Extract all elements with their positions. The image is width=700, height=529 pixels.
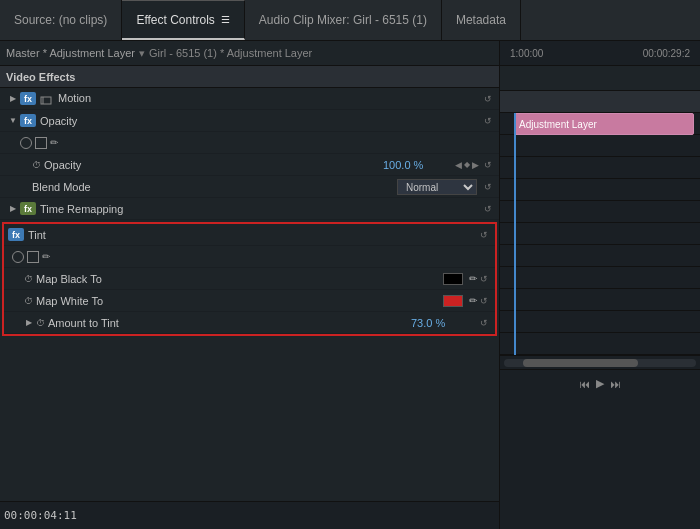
timeline-scroll-row xyxy=(500,355,700,369)
time-remap-reset[interactable]: ↺ xyxy=(481,202,495,216)
tab-audio-mixer[interactable]: Audio Clip Mixer: Girl - 6515 (1) xyxy=(245,0,442,40)
opacity-value[interactable]: 100.0 % xyxy=(383,159,443,171)
opacity-square-check[interactable] xyxy=(35,137,47,149)
time-remap-label: Time Remapping xyxy=(40,203,481,215)
opacity-next[interactable]: ▶ xyxy=(470,160,481,170)
opacity-value-timeline xyxy=(500,179,700,201)
motion-transform-icon xyxy=(40,95,52,105)
blend-mode-reset[interactable]: ↺ xyxy=(481,180,495,194)
breadcrumb-master[interactable]: Master * Adjustment Layer xyxy=(6,47,135,59)
opacity-timeline-row xyxy=(500,135,700,157)
blend-mode-label: Blend Mode xyxy=(32,181,397,193)
opacity-value-label: Opacity xyxy=(44,159,383,171)
time-remap-timeline xyxy=(500,223,700,245)
chevron-opacity xyxy=(8,116,18,126)
time-end: 00:00:29:2 xyxy=(637,48,696,59)
tint-amount-label: Amount to Tint xyxy=(48,317,411,329)
map-white-dropper[interactable]: ✏ xyxy=(469,295,477,306)
map-black-to-row[interactable]: ⏱ Map Black To ✏ ↺ xyxy=(4,268,495,290)
timecode: 00:00:04:11 xyxy=(4,509,77,522)
right-panel: 1:00:00 00:00:29:2 Adjustment Layer xyxy=(500,41,700,529)
timeline-playback-controls: ⏮ ▶ ⏭ xyxy=(500,369,700,397)
section-label: Video Effects xyxy=(0,66,499,88)
tint-pencil[interactable]: ✏ xyxy=(42,251,50,262)
timeline-area: Adjustment Layer xyxy=(500,66,700,529)
tint-amount-stopwatch[interactable]: ⏱ xyxy=(36,318,45,328)
play-prev-icon[interactable]: ⏮ xyxy=(579,378,590,390)
tab-source[interactable]: Source: (no clips) xyxy=(0,0,122,40)
opacity-circle-check[interactable] xyxy=(20,137,32,149)
scroll-thumb[interactable] xyxy=(523,359,638,367)
map-white-to-row[interactable]: ⏱ Map White To ✏ ↺ xyxy=(4,290,495,312)
tab-bar: Source: (no clips) Effect Controls ☰ Aud… xyxy=(0,0,700,41)
map-black-timeline xyxy=(500,289,700,311)
opacity-nav: ◀ ◆ ▶ xyxy=(453,160,481,170)
map-black-swatch[interactable] xyxy=(443,273,463,285)
adjustment-clip[interactable]: Adjustment Layer xyxy=(514,113,694,135)
motion-right: ↺ xyxy=(481,92,495,106)
opacity-controls-row: ✏ xyxy=(0,132,499,154)
tint-label: Tint xyxy=(28,229,477,241)
fx-badge-opacity: fx xyxy=(20,114,36,127)
tint-reset[interactable]: ↺ xyxy=(477,228,491,242)
tint-header-row[interactable]: fx Tint ↺ xyxy=(4,224,495,246)
map-white-label: Map White To xyxy=(36,295,443,307)
map-black-reset[interactable]: ↺ xyxy=(477,272,491,286)
opacity-value-row[interactable]: ⏱ Opacity 100.0 % ◀ ◆ ▶ ↺ xyxy=(0,154,499,176)
tint-amount-reset[interactable]: ↺ xyxy=(477,316,491,330)
play-next-icon[interactable]: ⏭ xyxy=(610,378,621,390)
map-black-label: Map Black To xyxy=(36,273,443,285)
opacity-value-reset[interactable]: ↺ xyxy=(481,158,495,172)
opacity-reset[interactable]: ↺ xyxy=(481,114,495,128)
tint-square-check[interactable] xyxy=(27,251,39,263)
motion-label: Motion xyxy=(40,92,481,104)
motion-reset[interactable]: ↺ xyxy=(481,92,495,106)
timeline-tracks: Adjustment Layer xyxy=(500,113,700,355)
tint-header-timeline xyxy=(500,245,700,267)
time-start: 1:00:00 xyxy=(504,48,549,59)
tab-effect-controls[interactable]: Effect Controls ☰ xyxy=(122,0,244,40)
fx-badge-time-remap: fx xyxy=(20,202,36,215)
tab-metadata[interactable]: Metadata xyxy=(442,0,521,40)
tint-amount-value[interactable]: 73.0 % xyxy=(411,317,471,329)
amount-timeline xyxy=(500,333,700,355)
scroll-track[interactable] xyxy=(504,359,696,367)
timeline-breadcrumb-row xyxy=(500,66,700,91)
fx-badge-motion: fx xyxy=(20,92,36,105)
tint-controls-timeline xyxy=(500,267,700,289)
motion-timeline-row: Adjustment Layer xyxy=(500,113,700,135)
timeline-header: 1:00:00 00:00:29:2 xyxy=(500,41,700,66)
tint-circle-check[interactable] xyxy=(12,251,24,263)
motion-row[interactable]: fx Motion ↺ xyxy=(0,88,499,110)
main-content: Master * Adjustment Layer ▾ Girl - 6515 … xyxy=(0,41,700,529)
amount-to-tint-row[interactable]: ⏱ Amount to Tint 73.0 % ↺ xyxy=(4,312,495,334)
map-white-reset[interactable]: ↺ xyxy=(477,294,491,308)
fx-badge-tint: fx xyxy=(8,228,24,241)
map-white-stopwatch[interactable]: ⏱ xyxy=(24,296,33,306)
map-black-dropper[interactable]: ✏ xyxy=(469,273,477,284)
map-white-timeline xyxy=(500,311,700,333)
opacity-pencil[interactable]: ✏ xyxy=(50,137,58,148)
time-remap-row[interactable]: fx Time Remapping ↺ xyxy=(0,198,499,220)
opacity-controls-timeline xyxy=(500,157,700,179)
play-icon[interactable]: ▶ xyxy=(596,377,604,390)
breadcrumb-clip: Girl - 6515 (1) * Adjustment Layer xyxy=(149,47,312,59)
tint-section: fx Tint ↺ ✏ ⏱ Map Black To ✏ ↺ xyxy=(2,222,497,336)
playhead-line xyxy=(514,113,516,355)
opacity-stopwatch[interactable]: ⏱ xyxy=(32,160,41,170)
effects-list: fx Motion ↺ fx Opacity ↺ xyxy=(0,88,499,501)
tint-controls-row: ✏ xyxy=(4,246,495,268)
opacity-row[interactable]: fx Opacity ↺ xyxy=(0,110,499,132)
left-panel: Master * Adjustment Layer ▾ Girl - 6515 … xyxy=(0,41,500,529)
map-black-stopwatch[interactable]: ⏱ xyxy=(24,274,33,284)
chevron-motion xyxy=(8,94,18,104)
menu-icon[interactable]: ☰ xyxy=(221,14,230,25)
opacity-prev[interactable]: ◀ xyxy=(453,160,464,170)
blend-mode-select[interactable]: Normal Dissolve Multiply Screen Overlay xyxy=(397,179,477,195)
chevron-time-remap xyxy=(8,204,18,214)
bottom-bar: 00:00:04:11 xyxy=(0,501,499,529)
breadcrumb-arrow: ▾ xyxy=(139,47,145,60)
map-white-swatch[interactable] xyxy=(443,295,463,307)
blend-mode-row[interactable]: Blend Mode Normal Dissolve Multiply Scre… xyxy=(0,176,499,198)
opacity-label: Opacity xyxy=(40,115,481,127)
